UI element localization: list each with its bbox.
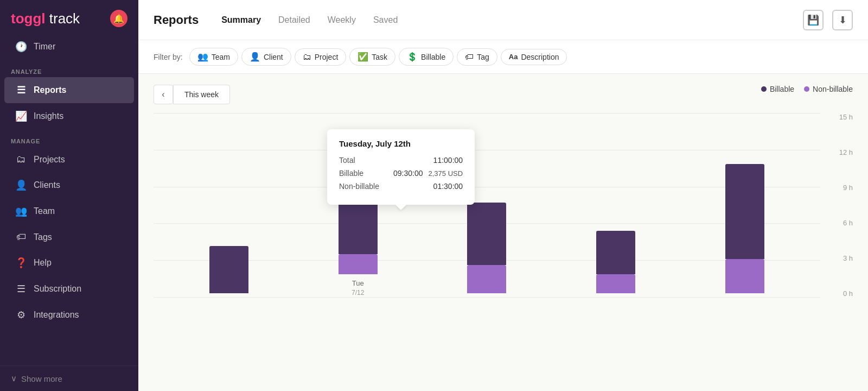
bar-stack-3 [467, 203, 506, 293]
bar-group-4[interactable] [596, 231, 635, 298]
bar-group-5[interactable] [725, 164, 764, 298]
analyze-section-label: ANALYZE [0, 60, 138, 77]
header-left: Reports Summary Detailed Weekly Saved [154, 12, 405, 28]
filter-task[interactable]: ✅ Task [349, 48, 395, 66]
filter-project-label: Project [315, 53, 339, 61]
filter-team-label: Team [212, 53, 230, 61]
page-header: Reports Summary Detailed Weekly Saved 💾 … [138, 0, 868, 40]
filter-billable[interactable]: 💲 Billable [399, 48, 454, 66]
tooltip-title: Tuesday, July 12th [339, 139, 463, 148]
y-label-9h: 9 h [843, 184, 853, 192]
logo-area: toggl track 🔔 [0, 0, 138, 34]
chart-nav-controls: ‹ This week [154, 85, 853, 104]
sidebar-item-tags[interactable]: 🏷 Tags [4, 224, 134, 250]
prev-period-button[interactable]: ‹ [154, 85, 173, 104]
help-icon: ❓ [15, 257, 27, 269]
integrations-icon: ⚙ [15, 309, 27, 321]
bar-stack-5 [725, 164, 764, 293]
tooltip-billable-row: Billable 09:30:00 2,375 USD [339, 169, 463, 178]
legend-non-billable: Non-billable [804, 85, 853, 93]
sidebar-item-timer[interactable]: 🕐 Timer [4, 34, 134, 60]
tooltip-total-row: Total 11:00:00 [339, 156, 463, 165]
y-label-15h: 15 h [839, 113, 853, 121]
filter-description[interactable]: Aa Description [501, 49, 567, 65]
filter-bar: Filter by: 👥 Team 👤 Client 🗂 Project ✅ T… [138, 40, 868, 74]
chart-area: ‹ This week Billable Non-billable [138, 74, 868, 391]
bar-label-2: Tue 7/12 [352, 279, 364, 298]
bar-billable-1 [209, 246, 248, 293]
download-report-button[interactable]: ⬇ [832, 10, 853, 30]
tag-filter-icon: 🏷 [465, 52, 474, 62]
notification-bell[interactable]: 🔔 [110, 10, 127, 27]
bar-group-1[interactable] [209, 246, 248, 298]
filter-description-label: Description [521, 53, 559, 61]
sidebar-item-reports-label: Reports [34, 85, 66, 95]
bar-stack-1 [209, 246, 248, 293]
date-range-picker[interactable]: This week [173, 85, 230, 104]
sidebar-item-tags-label: Tags [34, 232, 52, 242]
filter-team[interactable]: 👥 Team [189, 48, 238, 66]
bar-non-billable-5 [725, 259, 764, 293]
bar-billable-4 [596, 231, 635, 274]
bar-chart: 15 h 12 h 9 h 6 h 3 h 0 h [154, 113, 853, 319]
timer-icon: 🕐 [15, 41, 27, 53]
clients-icon: 👤 [15, 179, 27, 191]
sidebar-item-timer-label: Timer [34, 42, 55, 52]
tooltip-non-billable-value: 01:30:00 [433, 182, 463, 191]
sidebar-item-subscription[interactable]: ☰ Subscription [4, 276, 134, 302]
tooltip-billable-amount: 2,375 USD [429, 169, 463, 178]
sidebar-item-insights-label: Insights [34, 111, 63, 121]
page-title: Reports [154, 13, 199, 27]
sidebar-item-insights[interactable]: 📈 Insights [4, 103, 134, 129]
sidebar-item-team[interactable]: 👥 Team [4, 198, 134, 224]
insights-icon: 📈 [15, 110, 27, 122]
sidebar-item-clients[interactable]: 👤 Clients [4, 172, 134, 198]
manage-section-label: MANAGE [0, 129, 138, 147]
non-billable-dot [804, 86, 809, 92]
filter-project[interactable]: 🗂 Project [295, 48, 347, 66]
save-report-button[interactable]: 💾 [803, 10, 824, 30]
team-icon: 👥 [15, 205, 27, 217]
bar-tooltip: Tuesday, July 12th Total 11:00:00 Billab… [327, 129, 475, 205]
legend-billable: Billable [761, 85, 794, 93]
task-filter-icon: ✅ [358, 52, 368, 62]
sidebar-item-reports[interactable]: ☰ Reports [4, 77, 134, 103]
show-more-button[interactable]: ∨ Show more [0, 365, 138, 391]
sidebar-item-subscription-label: Subscription [34, 284, 81, 294]
sidebar-item-integrations-label: Integrations [34, 310, 79, 320]
bar-non-billable-4 [596, 274, 635, 293]
sidebar-item-help-label: Help [34, 258, 52, 268]
sidebar-item-projects[interactable]: 🗂 Projects [4, 147, 134, 172]
tab-saved[interactable]: Saved [366, 12, 405, 28]
tooltip-billable-value: 09:30:00 [393, 169, 423, 178]
bar-stack-4 [596, 231, 635, 293]
filter-tag-label: Tag [477, 53, 489, 61]
tooltip-total-label: Total [339, 156, 393, 165]
bar-group-3[interactable] [467, 203, 506, 298]
report-tabs: Summary Detailed Weekly Saved [214, 12, 405, 28]
y-label-0h: 0 h [843, 289, 853, 298]
team-filter-icon: 👥 [197, 52, 208, 62]
bar-non-billable-3 [467, 265, 506, 293]
filter-client-label: Client [264, 53, 283, 61]
download-icon: ⬇ [839, 14, 847, 26]
chevron-down-icon: ∨ [11, 374, 17, 383]
filter-client[interactable]: 👤 Client [241, 48, 291, 66]
legend-billable-label: Billable [770, 85, 794, 93]
tab-detailed[interactable]: Detailed [271, 12, 318, 28]
filter-tag[interactable]: 🏷 Tag [457, 48, 497, 66]
reports-icon: ☰ [15, 84, 27, 96]
sidebar-item-integrations[interactable]: ⚙ Integrations [4, 302, 134, 328]
y-label-6h: 6 h [843, 219, 853, 227]
sidebar-item-help[interactable]: ❓ Help [4, 250, 134, 276]
tooltip-billable-label: Billable [339, 169, 393, 178]
show-more-label: Show more [21, 374, 62, 383]
tab-summary[interactable]: Summary [214, 12, 269, 28]
bar-non-billable-2 [339, 254, 378, 274]
tooltip-non-billable-row: Non-billable 01:30:00 [339, 182, 463, 191]
sidebar-item-team-label: Team [34, 206, 55, 216]
tooltip-non-billable-label: Non-billable [339, 182, 393, 191]
bar-billable-3 [467, 203, 506, 265]
tab-weekly[interactable]: Weekly [320, 12, 363, 28]
tags-icon: 🏷 [15, 231, 27, 243]
